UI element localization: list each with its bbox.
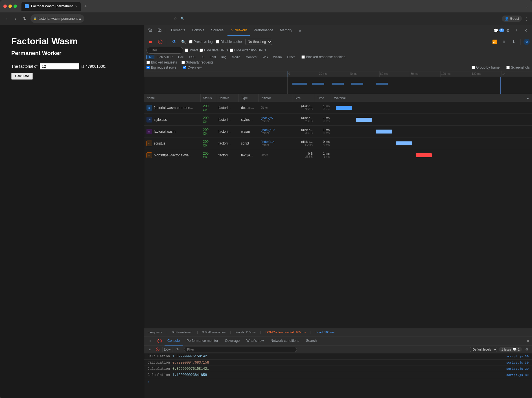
inspect-element-button[interactable] [146,27,154,34]
active-tab[interactable]: Factorial Wasm (permanent ✕ [21,2,81,11]
filter-other[interactable]: Other [285,55,297,59]
hide-ext-urls-checkbox[interactable]: Hide extension URLs [230,48,266,52]
calculate-button[interactable]: Calculate [11,73,33,80]
bookmark-star[interactable]: ☆ [174,17,177,21]
console-source-link[interactable]: script.js:30 [506,367,529,371]
maximize-window-button[interactable] [14,5,17,8]
invert-checkbox[interactable]: Invert [185,48,198,52]
screenshots-checkbox[interactable]: Screenshots [506,65,530,69]
console-tab-search[interactable]: Search [303,336,319,345]
new-tab-button[interactable]: + [82,2,90,10]
close-window-button[interactable] [3,5,7,8]
th-domain[interactable]: Domain [216,94,239,102]
more-tabs-button[interactable]: » [296,27,304,34]
close-devtools-button[interactable]: ✕ [522,27,530,34]
console-settings-btn[interactable]: ⚙ [524,346,530,353]
filter-css[interactable]: CSS [187,55,198,59]
factorial-input[interactable] [40,63,79,69]
console-source-link[interactable]: script.js:30 [506,361,529,364]
reload-button[interactable]: ↻ [21,15,28,22]
tab-close-button[interactable]: ✕ [75,5,77,8]
console-clear-btn[interactable]: 🚫 [156,337,163,345]
console-source-link[interactable]: script.js:30 [506,373,529,377]
eye-icon-btn[interactable]: 👁 [174,346,180,353]
upload-button[interactable]: ⬆ [500,38,508,46]
table-row[interactable]: ‹› script.js 200 OK factori... script (i [144,137,532,149]
table-row[interactable]: ↗ style.css 200 OK factori... styles... [144,114,532,126]
preserve-log-checkbox[interactable]: Preserve log [189,40,213,44]
record-button[interactable]: ⏺ [146,38,154,46]
online-icon[interactable]: 📶 [491,38,498,46]
browser-menu-button[interactable]: ⋮ [524,16,529,21]
profile-button[interactable]: 👤 Guest [502,16,522,22]
console-tab-whats-new[interactable]: What's new [244,336,267,345]
tab-sources[interactable]: Sources [208,25,226,36]
hide-data-urls-checkbox[interactable]: Hide data URLs [200,48,228,52]
console-panel-close[interactable]: ✕ [526,339,530,343]
row-initiator-link[interactable]: (index):14 [261,140,275,143]
filter-all[interactable]: All [146,55,154,59]
disable-cache-checkbox[interactable]: Disable cache [216,40,242,44]
group-by-frame-checkbox[interactable]: Group by frame [472,65,500,69]
network-filter-input[interactable] [146,47,183,54]
network-settings-button[interactable]: ⚙ [524,39,530,45]
th-size[interactable]: Size [292,94,315,102]
console-clear-errors-btn[interactable]: 🚫 [154,346,161,353]
th-name[interactable]: Name [144,94,201,102]
filter-toggle-button[interactable]: ⚗ [170,38,178,46]
th-initiator[interactable]: Initiator [259,94,292,102]
issues-count-badge[interactable]: 1 Issue 💬 1 [499,347,522,352]
throttle-select[interactable]: No throttling [245,39,272,45]
tab-elements[interactable]: Elements [168,25,188,36]
console-tab-performance-monitor[interactable]: Performance monitor [184,336,221,345]
filter-wasm[interactable]: Wasm [271,55,284,59]
console-panel-settings[interactable]: ≡ [146,337,154,345]
blocked-response-cookies-checkbox[interactable]: Blocked response cookies [301,55,345,59]
console-levels-select[interactable]: Default levels [470,347,497,352]
th-type[interactable]: Type [239,94,259,102]
table-row[interactable]: ⊞ factorial.wasm 200 OK factori... wasm [144,126,532,137]
address-input[interactable] [30,14,84,23]
table-row[interactable]: ≡ factorial-wasm-permane... 200 OK facto… [144,102,532,114]
issues-button[interactable]: 💬1 [495,27,503,34]
third-party-checkbox[interactable]: 3rd-party requests [181,60,213,64]
minimize-window-button[interactable] [8,5,12,8]
filter-font[interactable]: Font [207,55,218,59]
tab-console[interactable]: Console [189,25,207,36]
search-button[interactable]: 🔍 [179,38,187,46]
filter-manifest[interactable]: Manifest [243,55,260,59]
device-toolbar-button[interactable] [156,27,163,34]
customize-devtools-button[interactable]: ⋮ [513,27,521,34]
table-row[interactable]: ‹› blob:https://factorial-wa... 200 OK f… [144,149,532,161]
filter-media[interactable]: Media [229,55,242,59]
forward-button[interactable]: › [12,15,19,22]
tab-list-button[interactable]: ⌄ [525,4,529,8]
blocked-requests-checkbox[interactable]: Blocked requests [146,60,177,64]
filter-img[interactable]: Img [219,55,229,59]
console-tab-console[interactable]: Console [165,336,183,345]
filter-fetch[interactable]: Fetch/XHR [155,55,175,59]
tab-performance[interactable]: Performance [251,25,276,36]
big-request-rows-checkbox[interactable]: Big request rows [146,65,176,69]
download-button[interactable]: ⬇ [510,38,518,46]
console-filter-input[interactable] [184,347,297,352]
row-initiator-link[interactable]: (index):5 [261,116,273,120]
settings-button[interactable]: ⚙ [504,27,512,34]
console-tab-coverage[interactable]: Coverage [222,336,242,345]
tab-network[interactable]: ⚠ Network [227,25,250,36]
zoom-button[interactable]: 🔍 [179,15,186,22]
console-tab-network-conditions[interactable]: Network conditions [268,336,302,345]
row-initiator-link[interactable]: (index):10 [261,128,275,132]
console-source-link[interactable]: script.js:30 [506,355,529,358]
overview-checkbox[interactable]: Overview [183,65,202,69]
th-waterfall[interactable]: Waterfall ▲ [332,94,532,102]
th-status[interactable]: Status [201,94,216,102]
filter-ws[interactable]: WS [260,55,270,59]
th-time[interactable]: Time [315,94,332,102]
clear-button[interactable]: 🚫 [156,38,164,46]
tab-memory[interactable]: Memory [277,25,295,36]
console-context-selector[interactable]: top ▾ [164,346,170,353]
console-expand-btn[interactable]: › [144,378,532,385]
console-sidebar-btn[interactable]: ≡ [146,346,153,353]
filter-js[interactable]: JS [198,55,207,59]
